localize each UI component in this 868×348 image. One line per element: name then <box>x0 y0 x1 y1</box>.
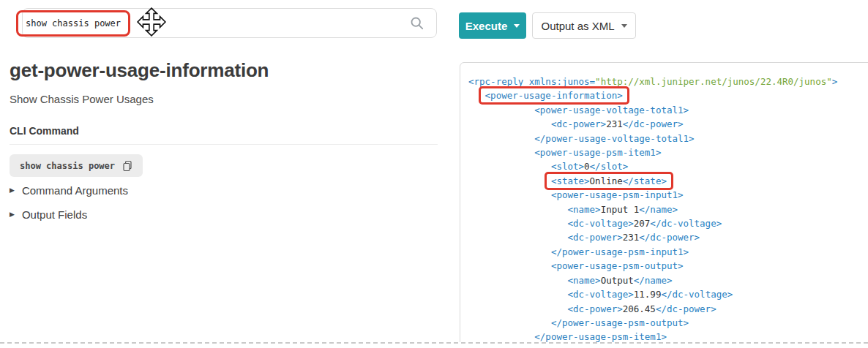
xml-tag: </power-usage-psm-item1> <box>534 331 667 342</box>
xml-tag: <power-usage-psm-output> <box>551 260 684 271</box>
xml-text-value: 207 <box>634 218 651 229</box>
xml-tag: </dc-power> <box>639 232 700 243</box>
xml-tag: <state> <box>551 175 590 186</box>
xml-line: <power-usage-voltage-total1> <box>468 103 868 117</box>
page-title: get-power-usage-information <box>10 59 269 82</box>
collapsible-command-arguments[interactable]: ▶ Command Arguments <box>10 184 128 197</box>
xml-tag: <rpc-reply <box>468 76 523 87</box>
xml-tag: > <box>832 76 838 87</box>
xml-tag: <name> <box>567 204 600 215</box>
xml-line: </power-usage-psm-input1> <box>468 245 868 259</box>
xml-tag: </dc-voltage> <box>661 289 733 300</box>
xml-text-value: 0 <box>584 161 590 172</box>
xml-text-value: 231 <box>623 232 640 243</box>
collapsible-label: Command Arguments <box>22 184 128 197</box>
xml-tag: <dc-power> <box>567 303 622 314</box>
xml-tag: xmlns:junos= <box>523 76 595 87</box>
xml-line: <dc-power>231</dc-power> <box>468 117 868 131</box>
xml-tag: </dc-voltage> <box>650 218 722 229</box>
xml-tag: <dc-voltage> <box>567 289 633 300</box>
execute-button-label: Execute <box>465 20 508 32</box>
output-format-dropdown[interactable]: Output as XML <box>532 12 636 39</box>
xml-line: </power-usage-voltage-total1> <box>468 132 868 145</box>
xml-code: <rpc-reply xmlns:junos="http://xml.junip… <box>460 63 868 344</box>
cli-command-pill[interactable]: show chassis power <box>10 154 143 177</box>
triangle-right-icon: ▶ <box>10 211 15 218</box>
xml-line: </power-usage-psm-output> <box>468 316 868 330</box>
xml-tag: <dc-voltage> <box>567 218 633 229</box>
xml-line: <state>Online</state> <box>468 174 868 188</box>
xml-line: <dc-power>231</dc-power> <box>468 230 868 244</box>
triangle-right-icon: ▶ <box>10 187 15 194</box>
xml-tag: <dc-power> <box>567 232 622 243</box>
xml-text-value: Online <box>590 175 623 186</box>
xml-tag: </power-usage-voltage-total1> <box>534 133 694 144</box>
xml-attr-value: "http://xml.juniper.net/junos/22.4R0/jun… <box>595 76 832 87</box>
xml-tag: </dc-power> <box>656 303 717 314</box>
xml-tag: </power-usage-psm-input1> <box>551 246 689 257</box>
annotation-box: <state>Online</state> <box>545 172 673 190</box>
xml-line: <dc-power>206.45</dc-power> <box>468 302 868 316</box>
annotation-box-search: show chassis power <box>16 10 130 37</box>
copy-icon[interactable] <box>121 160 132 172</box>
xml-tag: </dc-power> <box>623 118 684 129</box>
collapsible-label: Output Fields <box>22 208 87 221</box>
xml-tag: </state> <box>623 175 667 186</box>
xml-line: <dc-voltage>207</dc-voltage> <box>468 216 868 230</box>
xml-line: <power-usage-information> <box>468 88 868 102</box>
xml-text-value: Input 1 <box>601 204 640 215</box>
move-cursor-icon <box>136 7 167 37</box>
collapsible-output-fields[interactable]: ▶ Output Fields <box>10 208 87 221</box>
xml-tag: </slot> <box>590 161 629 172</box>
xml-line: <name>Output</name> <box>468 273 868 287</box>
cli-command-heading: CLI Command <box>10 125 438 145</box>
xml-tag: </name> <box>634 275 673 286</box>
page-description: Show Chassis Power Usages <box>10 93 154 105</box>
xml-tag: <slot> <box>551 161 584 172</box>
xml-tag: <power-usage-information> <box>485 90 623 101</box>
caret-down-icon <box>621 24 627 28</box>
xml-output-panel[interactable]: <rpc-reply xmlns:junos="http://xml.junip… <box>460 62 868 348</box>
xml-text-value: 11.99 <box>634 289 662 300</box>
caret-down-icon <box>514 24 520 28</box>
xml-tag: <name> <box>567 275 600 286</box>
xml-tag: </power-usage-psm-output> <box>551 317 689 328</box>
xml-line: <power-usage-psm-output> <box>468 259 868 273</box>
xml-tag: <dc-power> <box>551 118 606 129</box>
xml-tag: <power-usage-voltage-total1> <box>534 105 689 116</box>
cli-command-text: show chassis power <box>20 161 115 171</box>
execute-button[interactable]: Execute <box>459 12 526 39</box>
xml-line: <power-usage-psm-item1> <box>468 145 868 159</box>
xml-text-value: 231 <box>606 118 623 129</box>
output-format-label: Output as XML <box>541 20 614 32</box>
xml-line: <power-usage-psm-input1> <box>468 188 868 202</box>
xml-text-value: Output <box>601 275 634 286</box>
search-input-value: show chassis power <box>26 18 121 29</box>
cli-explorer-screen: show chassis power Execute Output as XML… <box>0 0 868 348</box>
xml-tag: <power-usage-psm-item1> <box>534 147 661 158</box>
xml-line: <name>Input 1</name> <box>468 203 868 216</box>
search-input[interactable]: show chassis power <box>22 8 437 38</box>
xml-line: <dc-voltage>11.99</dc-voltage> <box>468 287 868 301</box>
annotation-box: <power-usage-information> <box>479 86 629 105</box>
xml-tag: </name> <box>639 204 678 215</box>
search-icon[interactable] <box>410 16 424 31</box>
xml-tag: <power-usage-psm-input1> <box>551 189 684 200</box>
page-cutoff-dashed-line <box>0 342 868 348</box>
xml-text-value: 206.45 <box>623 303 656 314</box>
